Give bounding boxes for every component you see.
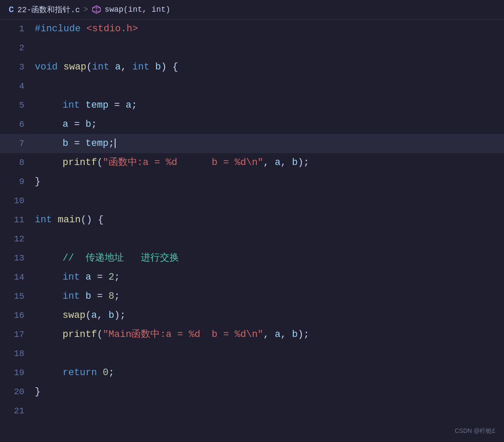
line-content: return 0; [31, 363, 504, 383]
line-content [31, 402, 504, 421]
line-content: // 传递地址 进行交换 [31, 249, 504, 268]
line-content: int main() { [31, 211, 504, 230]
line-number: 6 [0, 115, 31, 134]
code-line: 10 [0, 191, 504, 211]
line-number: 16 [0, 306, 31, 325]
cube-icon [92, 5, 101, 14]
line-content [31, 344, 504, 363]
code-line: 20} [0, 383, 504, 402]
code-line: 2 [0, 39, 504, 58]
code-line: 21 [0, 402, 504, 421]
line-content: printf("Main函数中:a = %d b = %d\n", a, b); [31, 325, 504, 344]
line-number: 11 [0, 211, 31, 230]
line-content: printf("函数中:a = %d b = %d\n", a, b); [31, 153, 504, 172]
code-line: 8printf("函数中:a = %d b = %d\n", a, b); [0, 153, 504, 172]
line-content: b = temp; [31, 134, 504, 153]
code-line: 9} [0, 172, 504, 191]
code-line: 6a = b; [0, 115, 504, 134]
line-content: } [31, 172, 504, 191]
line-content [31, 39, 504, 58]
line-number: 1 [0, 20, 31, 39]
line-number: 17 [0, 325, 31, 344]
code-line: 18 [0, 344, 504, 363]
line-number: 2 [0, 39, 31, 58]
code-line: 13// 传递地址 进行交换 [0, 249, 504, 268]
line-number: 15 [0, 287, 31, 306]
line-number: 14 [0, 268, 31, 287]
breadcrumb: C 22-函数和指针.c > swap(int, int) [0, 0, 504, 20]
line-number: 19 [0, 363, 31, 383]
line-number: 10 [0, 191, 31, 211]
line-number: 12 [0, 230, 31, 249]
file-name: 22-函数和指针.c [17, 4, 80, 15]
code-line: 4 [0, 77, 504, 96]
line-content: swap(a, b); [31, 306, 504, 325]
breadcrumb-sep: > [83, 5, 88, 14]
line-number: 9 [0, 172, 31, 191]
line-number: 7 [0, 134, 31, 153]
line-content: #include <stdio.h> [31, 20, 504, 39]
line-content [31, 191, 504, 211]
code-line: 12 [0, 230, 504, 249]
line-content: a = b; [31, 115, 504, 134]
line-number: 21 [0, 402, 31, 421]
code-line: 3void swap(int a, int b) { [0, 58, 504, 77]
line-number: 13 [0, 249, 31, 268]
line-content: int b = 8; [31, 287, 504, 306]
line-content: int a = 2; [31, 268, 504, 287]
line-content: int temp = a; [31, 96, 504, 115]
code-line: 19return 0; [0, 363, 504, 383]
code-line: 11int main() { [0, 211, 504, 230]
func-name: swap(int, int) [105, 5, 170, 14]
code-line: 1#include <stdio.h> [0, 20, 504, 39]
line-content [31, 77, 504, 96]
line-number: 8 [0, 153, 31, 172]
code-line: 5int temp = a; [0, 96, 504, 115]
line-content: void swap(int a, int b) { [31, 58, 504, 77]
code-line: 7b = temp; [0, 134, 504, 153]
code-area: 1#include <stdio.h>23void swap(int a, in… [0, 20, 504, 421]
line-number: 20 [0, 383, 31, 402]
line-number: 4 [0, 77, 31, 96]
line-content: } [31, 383, 504, 402]
line-number: 3 [0, 58, 31, 77]
line-number: 5 [0, 96, 31, 115]
code-line: 17printf("Main函数中:a = %d b = %d\n", a, b… [0, 325, 504, 344]
code-line: 16swap(a, b); [0, 306, 504, 325]
c-language-icon: C [9, 5, 14, 15]
line-number: 18 [0, 344, 31, 363]
code-line: 15int b = 8; [0, 287, 504, 306]
line-content [31, 230, 504, 249]
code-line: 14int a = 2; [0, 268, 504, 287]
watermark: CSDN @柠栀£ [454, 427, 495, 435]
